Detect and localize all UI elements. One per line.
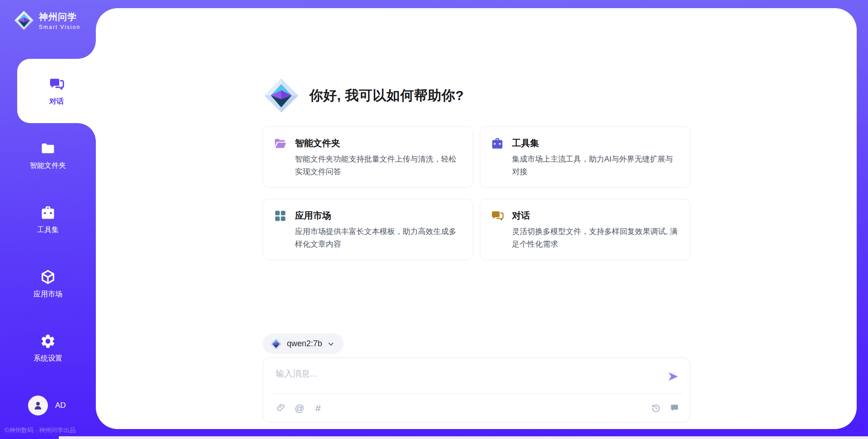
- grid-icon: [274, 209, 287, 223]
- cube-icon: [40, 269, 56, 285]
- toolbox-icon: [40, 205, 56, 221]
- card-app-market[interactable]: 应用市场 应用市场提供丰富长文本模板，助力高效生成多样化文章内容: [263, 199, 473, 260]
- bottom-edge: [0, 436, 868, 439]
- toolbox-icon: [491, 137, 504, 150]
- card-title: 工具集: [512, 137, 678, 149]
- send-icon: [667, 371, 679, 382]
- card-smart-folder[interactable]: 智能文件夹 智能文件夹功能支持批量文件上传与清洗，轻松实现文件问答: [263, 126, 473, 188]
- model-diamond-icon: [270, 338, 282, 350]
- chat-bubble-icon: [670, 403, 679, 413]
- user-profile[interactable]: AD: [0, 396, 96, 415]
- sidebar-item-label: 系统设置: [33, 354, 62, 363]
- brand-logo: 神州问学 Smart Vision: [0, 0, 96, 31]
- greeting: 你好, 我可以如何帮助你?: [263, 77, 690, 114]
- bottom-edge-left: [0, 436, 59, 439]
- sidebar-item-label: 应用市场: [33, 290, 62, 299]
- sidebar-item-smart-folder[interactable]: 智能文件夹: [0, 123, 96, 187]
- greeting-diamond-icon: [263, 77, 300, 114]
- at-icon: @: [295, 403, 304, 414]
- feature-cards: 智能文件夹 智能文件夹功能支持批量文件上传与清洗，轻松实现文件问答 工具集 集成…: [263, 126, 690, 260]
- chevron-down-icon: [327, 340, 335, 348]
- card-title: 智能文件夹: [295, 137, 461, 149]
- sidebar-item-label: 工具集: [37, 225, 59, 235]
- mention-button[interactable]: @: [294, 403, 305, 414]
- card-toolset[interactable]: 工具集 集成市场上主流工具，助力AI与外界无缝扩展与对接: [480, 126, 690, 188]
- sidebar-item-label: 对话: [49, 97, 64, 106]
- history-icon: [651, 403, 661, 413]
- brand-subtitle: Smart Vision: [39, 24, 80, 30]
- send-button[interactable]: [667, 371, 679, 384]
- message-composer: 输入消息... @ #: [263, 358, 690, 423]
- card-chat[interactable]: 对话 灵活切换多模型文件，支持多样回复效果调试, 满足个性化需求: [480, 199, 690, 260]
- sidebar-footer-text: ©神州数码 · 神州问学出品: [0, 426, 96, 434]
- card-description: 应用市场提供丰富长文本模板，助力高效生成多样化文章内容: [295, 225, 461, 251]
- sidebar-item-chat[interactable]: 对话: [17, 59, 96, 123]
- model-name: qwen2:7b: [287, 339, 322, 348]
- person-icon: [32, 400, 44, 411]
- paperclip-icon: [276, 403, 286, 413]
- card-title: 对话: [512, 210, 678, 222]
- new-chat-button[interactable]: [669, 403, 680, 414]
- card-description: 智能文件夹功能支持批量文件上传与清洗，轻松实现文件问答: [295, 153, 461, 178]
- brand-diamond-icon: [14, 10, 34, 31]
- sidebar-item-app-market[interactable]: 应用市场: [0, 252, 96, 316]
- chat-icon: [48, 76, 65, 92]
- brand-name: 神州问学: [39, 11, 80, 23]
- topic-button[interactable]: #: [313, 403, 324, 414]
- message-input[interactable]: 输入消息...: [276, 368, 317, 380]
- gear-icon: [40, 333, 56, 349]
- sidebar-item-toolset[interactable]: 工具集: [0, 187, 96, 252]
- attach-button[interactable]: [276, 403, 287, 414]
- history-button[interactable]: [651, 403, 661, 414]
- main-panel: 你好, 我可以如何帮助你? 智能文件夹 智能文件夹功能支持批量文件上传与清洗，轻…: [96, 8, 857, 429]
- chat-icon: [491, 209, 504, 223]
- model-selector[interactable]: qwen2:7b: [263, 334, 344, 354]
- card-description: 灵活切换多模型文件，支持多样回复效果调试, 满足个性化需求: [512, 225, 678, 251]
- sidebar-nav: 对话 智能文件夹 工具集 应用市场: [0, 59, 96, 380]
- user-initials: AD: [55, 401, 66, 410]
- avatar: [28, 396, 48, 415]
- card-title: 应用市场: [295, 210, 461, 222]
- card-description: 集成市场上主流工具，助力AI与外界无缝扩展与对接: [512, 153, 678, 178]
- sidebar-item-settings[interactable]: 系统设置: [0, 316, 96, 380]
- hash-icon: #: [316, 403, 321, 414]
- sidebar: 神州问学 Smart Vision 对话 智能文件夹 工具集: [0, 0, 96, 439]
- sidebar-item-label: 智能文件夹: [30, 161, 66, 171]
- folder-icon: [40, 140, 56, 157]
- greeting-title: 你好, 我可以如何帮助你?: [310, 86, 464, 105]
- folder-open-icon: [274, 137, 287, 150]
